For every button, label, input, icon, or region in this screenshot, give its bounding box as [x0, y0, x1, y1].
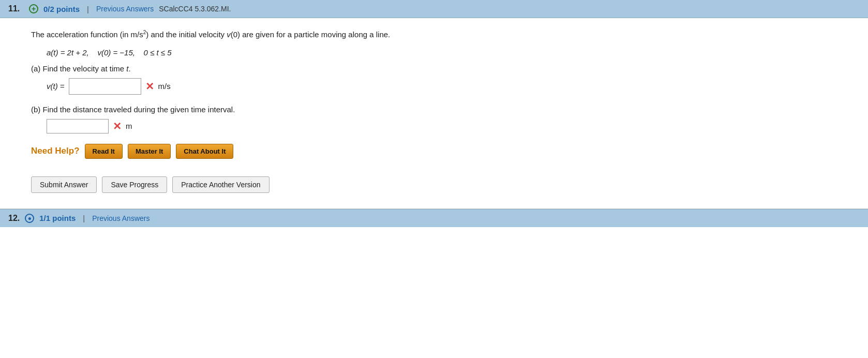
problem-id: SCalcCC4 5.3.062.MI.: [159, 5, 231, 13]
part-b-input-row: ✕ m: [47, 119, 847, 133]
previous-answers-link[interactable]: Previous Answers: [96, 5, 154, 13]
next-previous-answers-link[interactable]: Previous Answers: [92, 214, 149, 222]
part-a-label: (a) Find the velocity at time t.: [31, 64, 847, 73]
chat-about-it-button[interactable]: Chat About It: [176, 144, 233, 159]
save-progress-button[interactable]: Save Progress: [102, 176, 167, 193]
part-b-input[interactable]: [47, 119, 109, 133]
question-body: The acceleration function (in m/s2) and …: [0, 18, 868, 209]
read-it-button[interactable]: Read It: [85, 144, 123, 159]
question-header: 11. + 0/2 points | Previous Answers SCal…: [0, 0, 868, 18]
part-b-unit: m: [126, 122, 132, 130]
part-a-input[interactable]: [69, 78, 141, 95]
part-b-label: (b) Find the distance traveled during th…: [31, 105, 847, 114]
points-icon: +: [29, 4, 38, 13]
problem-description: The acceleration function (in m/s2) and …: [31, 28, 847, 41]
points-label: 0/2 points: [43, 5, 80, 13]
need-help-row: Need Help? Read It Master It Chat About …: [31, 144, 847, 159]
separator: |: [87, 5, 89, 13]
part-a-error-mark: ✕: [145, 81, 154, 92]
submit-answer-button[interactable]: Submit Answer: [31, 176, 97, 193]
next-question-number: 12.: [8, 214, 20, 223]
question-number: 11.: [8, 4, 24, 13]
master-it-button[interactable]: Master It: [128, 144, 171, 159]
part-a-prefix: v(t) =: [47, 82, 65, 91]
math-display: a(t) = 2t + 2, v(0) = −15, 0 ≤ t ≤ 5: [47, 48, 847, 57]
next-question-header: 12. ● 1/1 points | Previous Answers: [0, 209, 868, 227]
part-b-error-mark: ✕: [113, 121, 122, 131]
part-a-unit: m/s: [158, 82, 171, 91]
next-points-label: 1/1 points: [39, 214, 76, 222]
action-row: Submit Answer Save Progress Practice Ano…: [31, 169, 847, 198]
need-help-label: Need Help?: [31, 146, 80, 156]
next-separator: |: [83, 214, 85, 222]
part-a-input-row: v(t) = ✕ m/s: [47, 78, 847, 95]
practice-another-version-button[interactable]: Practice Another Version: [172, 176, 269, 193]
next-points-icon: ●: [25, 214, 34, 223]
